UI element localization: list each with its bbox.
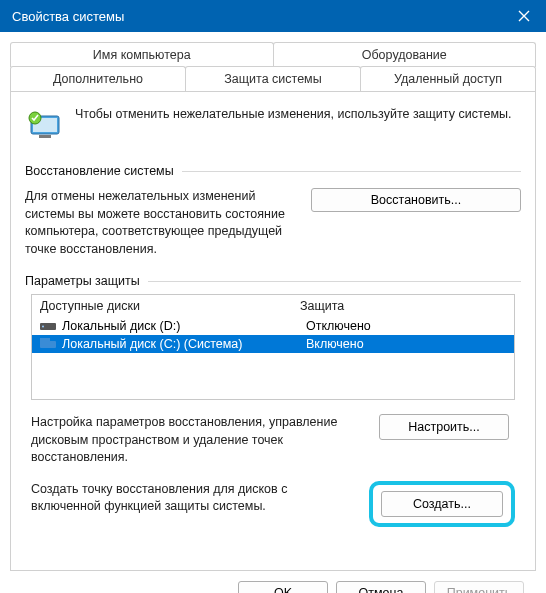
intro-block: Чтобы отменить нежелательные изменения, … — [25, 106, 521, 146]
dialog-footer: OK Отмена Применить — [10, 571, 536, 593]
shield-monitor-icon — [25, 106, 65, 146]
drive-row[interactable]: Локальный диск (D:) Отключено — [32, 317, 514, 335]
drive-status: Отключено — [306, 319, 371, 333]
col-protection: Защита — [300, 299, 344, 313]
divider — [148, 281, 521, 282]
configure-button[interactable]: Настроить... — [379, 414, 509, 440]
intro-text: Чтобы отменить нежелательные изменения, … — [75, 106, 512, 146]
tab-strip: Имя компьютера Оборудование Дополнительн… — [10, 42, 536, 571]
restore-section-title: Восстановление системы — [25, 164, 174, 178]
tab-advanced[interactable]: Дополнительно — [10, 66, 186, 91]
svg-rect-7 — [40, 338, 50, 342]
hdd-icon — [40, 338, 56, 350]
tab-remote[interactable]: Удаленный доступ — [360, 66, 536, 91]
restore-description: Для отмены нежелательных изменений систе… — [25, 188, 299, 258]
cancel-button[interactable]: Отмена — [336, 581, 426, 593]
tab-computer-name[interactable]: Имя компьютера — [10, 42, 274, 67]
svg-rect-2 — [39, 135, 51, 138]
configure-text: Настройка параметров восстановления, упр… — [31, 414, 361, 467]
create-button-highlight: Создать... — [369, 481, 515, 527]
restore-block: Для отмены нежелательных изменений систе… — [25, 184, 521, 274]
svg-rect-6 — [40, 341, 56, 348]
dialog-body: Имя компьютера Оборудование Дополнительн… — [0, 32, 546, 593]
window-title: Свойства системы — [12, 9, 124, 24]
drive-status: Включено — [306, 337, 364, 351]
drive-name: Локальный диск (D:) — [62, 319, 306, 333]
col-drives: Доступные диски — [40, 299, 300, 313]
drive-row-selected[interactable]: Локальный диск (C:) (Система) Включено — [32, 335, 514, 353]
create-row: Создать точку восстановления для дисков … — [25, 481, 521, 527]
drive-name: Локальный диск (C:) (Система) — [62, 337, 306, 351]
tab-system-protection[interactable]: Защита системы — [185, 66, 361, 92]
apply-button[interactable]: Применить — [434, 581, 524, 593]
configure-row: Настройка параметров восстановления, упр… — [25, 414, 521, 467]
ok-button[interactable]: OK — [238, 581, 328, 593]
hdd-icon — [40, 320, 56, 332]
section-restore-label: Восстановление системы — [25, 164, 521, 178]
create-button[interactable]: Создать... — [381, 491, 503, 517]
close-icon[interactable] — [514, 6, 534, 26]
section-protection-label: Параметры защиты — [25, 274, 521, 288]
svg-point-5 — [42, 326, 44, 328]
divider — [182, 171, 521, 172]
create-text: Создать точку восстановления для дисков … — [31, 481, 357, 516]
tab-content: Чтобы отменить нежелательные изменения, … — [10, 91, 536, 571]
titlebar: Свойства системы — [0, 0, 546, 32]
drives-header: Доступные диски Защита — [32, 295, 514, 317]
tab-hardware[interactable]: Оборудование — [273, 42, 537, 67]
restore-button[interactable]: Восстановить... — [311, 188, 521, 212]
protection-section-title: Параметры защиты — [25, 274, 140, 288]
drives-list[interactable]: Доступные диски Защита Локальный диск (D… — [31, 294, 515, 400]
